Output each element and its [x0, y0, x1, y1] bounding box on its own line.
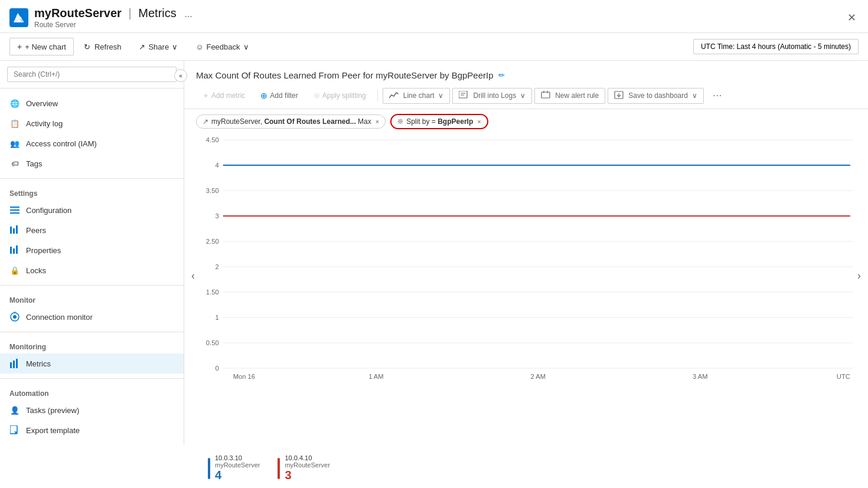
svg-text:3: 3 [215, 212, 218, 220]
drill-into-logs-button[interactable]: Drill into Logs ∨ [452, 88, 532, 104]
sidebar-properties-label: Properties [26, 246, 61, 255]
refresh-icon: ↻ [84, 42, 90, 51]
svg-rect-7 [10, 247, 12, 254]
sidebar-item-export-template[interactable]: Export template [0, 420, 184, 440]
svg-text:2: 2 [215, 263, 218, 270]
feedback-label: Feedback [206, 42, 240, 51]
lock-icon: 🔒 [9, 265, 20, 276]
save-dashboard-label: Save to dashboard [628, 91, 688, 100]
sidebar-item-tags[interactable]: 🏷 Tags [0, 153, 184, 173]
svg-rect-14 [13, 361, 15, 368]
edit-title-icon[interactable]: ✏ [498, 71, 505, 80]
sidebar-configuration-label: Configuration [26, 206, 71, 215]
split-chip-icon: ❊ [397, 117, 403, 126]
search-input[interactable] [7, 67, 177, 82]
sidebar-item-configuration[interactable]: Configuration [0, 200, 184, 220]
header-left: myRouteServer | Metrics ... Route Server [9, 6, 192, 29]
apply-splitting-button[interactable]: ❊ Apply splitting [307, 89, 373, 103]
legend-server-red: myRouteServer [285, 461, 329, 469]
sidebar-item-properties[interactable]: Properties [0, 240, 184, 260]
chart-container: ‹ › 4.50 4 3.50 3 2.50 2 1.50 1 0.50 0 [196, 134, 856, 448]
sidebar-collapse-button[interactable]: « [174, 69, 187, 82]
sidebar-item-metrics[interactable]: Metrics [0, 353, 184, 374]
section-divider-automation [0, 378, 184, 379]
sidebar-tags-label: Tags [26, 159, 42, 168]
feedback-icon: ☺ [195, 42, 203, 51]
chart-nav-right-button[interactable]: › [857, 269, 861, 281]
sidebar-access-control-label: Access control (IAM) [26, 139, 97, 148]
legend-info-blue: 10.0.3.10 myRouteServer 4 [215, 454, 260, 482]
svg-point-11 [13, 315, 17, 319]
svg-text:1: 1 [215, 314, 218, 321]
content-area: Max Count Of Routes Learned From Peer fo… [184, 61, 868, 488]
sidebar-item-locks[interactable]: 🔒 Locks [0, 260, 184, 280]
feedback-button[interactable]: ☺ Feedback ∨ [188, 38, 256, 55]
svg-rect-2 [10, 209, 19, 211]
legend-ip-blue: 10.0.3.10 [215, 454, 260, 461]
section-divider-monitor [0, 285, 184, 286]
more-options-button[interactable]: ··· [706, 87, 729, 104]
header-dots[interactable]: ... [184, 9, 192, 19]
svg-text:2 AM: 2 AM [531, 373, 546, 380]
sidebar-item-tasks[interactable]: 👤 Tasks (preview) [0, 400, 184, 420]
share-button[interactable]: ↗ Share ∨ [131, 38, 185, 55]
split-filter-chip[interactable]: ❊ Split by = BgpPeerIp × [390, 114, 488, 129]
drill-logs-chevron-icon: ∨ [520, 91, 526, 100]
add-metric-button[interactable]: ✦ Add metric [196, 89, 252, 103]
sidebar-metrics-label: Metrics [26, 359, 51, 368]
save-to-dashboard-button[interactable]: Save to dashboard ∨ [608, 88, 704, 104]
svg-rect-15 [16, 359, 18, 368]
sidebar-locks-label: Locks [26, 266, 46, 275]
sidebar-item-activity-log[interactable]: 📋 Activity log [0, 113, 184, 133]
add-filter-icon: ⊕ [260, 91, 267, 100]
svg-text:0: 0 [215, 365, 218, 372]
tags-icon: 🏷 [9, 158, 20, 169]
filter-chip-close[interactable]: × [376, 118, 379, 125]
new-alert-rule-label: New alert rule [555, 91, 599, 100]
header-subtitle: Route Server [34, 21, 192, 29]
metric-filter-chip[interactable]: ↗ myRouteServer, Count Of Routes Learned… [196, 114, 386, 129]
line-chart-button[interactable]: Line chart ∨ [383, 88, 451, 104]
new-alert-rule-button[interactable]: New alert rule [534, 88, 605, 104]
new-chart-button[interactable]: + + New chart [9, 38, 74, 55]
split-chip-close[interactable]: × [477, 118, 481, 125]
split-chip-label: Split by = BgpPeerIp [406, 117, 473, 126]
sidebar-nav: 🌐 Overview 📋 Activity log 👥 Access contr… [0, 89, 184, 445]
legend-item-red: 10.0.4.10 myRouteServer 3 [278, 454, 329, 482]
sidebar: 🌐 Overview 📋 Activity log 👥 Access contr… [0, 61, 184, 445]
line-chart-icon [389, 91, 399, 101]
sidebar-item-overview[interactable]: 🌐 Overview [0, 93, 184, 113]
settings-section-label: Settings [0, 184, 184, 200]
automation-section-label: Automation [0, 384, 184, 400]
sidebar-item-access-control[interactable]: 👥 Access control (IAM) [0, 133, 184, 153]
sidebar-item-connection-monitor[interactable]: Connection monitor [0, 307, 184, 327]
section-divider-settings [0, 178, 184, 179]
refresh-button[interactable]: ↻ Refresh [76, 38, 129, 55]
new-chart-icon: + [17, 42, 22, 51]
svg-text:4.50: 4.50 [206, 136, 219, 143]
chart-legend: 10.0.3.10 myRouteServer 4 10.0.4.10 myRo… [196, 448, 856, 488]
resource-name: myRouteServer [34, 6, 122, 19]
properties-icon [9, 245, 20, 256]
close-button[interactable]: ✕ [847, 11, 856, 24]
sidebar-item-peers[interactable]: Peers [0, 220, 184, 240]
svg-text:2.50: 2.50 [206, 238, 219, 245]
add-filter-button[interactable]: ⊕ Add filter [254, 88, 304, 103]
drill-logs-icon [459, 91, 468, 101]
chart-nav-left-button[interactable]: ‹ [191, 269, 195, 281]
add-metric-icon: ✦ [203, 91, 209, 100]
apply-splitting-label: Apply splitting [322, 91, 366, 100]
svg-text:0.50: 0.50 [206, 339, 219, 346]
legend-value-red: 3 [285, 469, 329, 482]
time-selector-button[interactable]: UTC Time: Last 4 hours (Automatic - 5 mi… [693, 39, 859, 54]
svg-rect-4 [10, 227, 12, 234]
chart-area: ‹ › 4.50 4 3.50 3 2.50 2 1.50 1 0.50 0 [184, 134, 868, 488]
add-filter-label: Add filter [270, 91, 298, 100]
legend-info-red: 10.0.4.10 myRouteServer 3 [285, 454, 329, 482]
monitor-section-label: Monitor [0, 290, 184, 307]
legend-server-blue: myRouteServer [215, 461, 260, 469]
svg-text:3 AM: 3 AM [693, 373, 707, 380]
svg-text:1 AM: 1 AM [368, 373, 383, 380]
line-chart-label: Line chart [403, 91, 435, 100]
legend-color-blue [208, 458, 210, 479]
